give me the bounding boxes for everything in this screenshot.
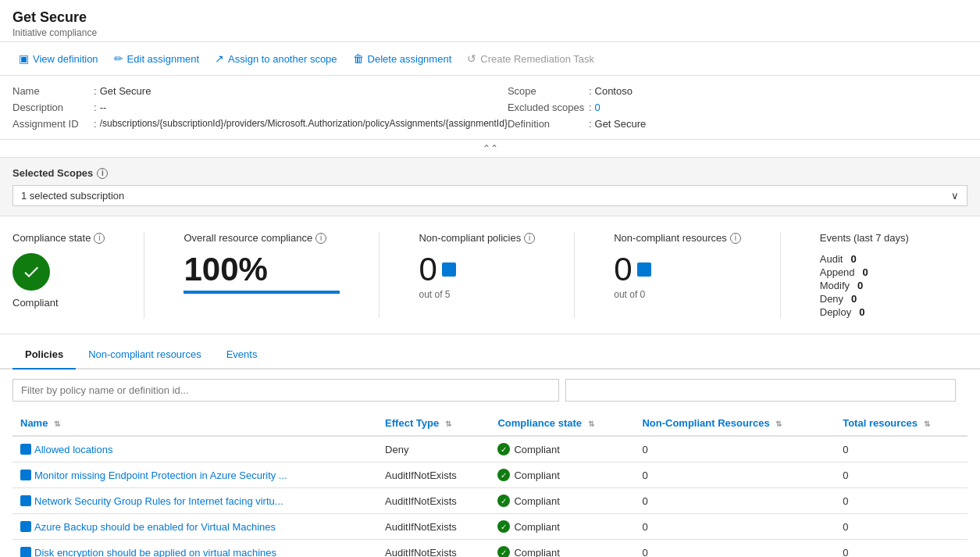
col-header-compliance-state[interactable]: Compliance state ⇅ [490, 411, 634, 436]
event-row: Append0 [820, 266, 909, 278]
effect-type-cell: AuditIfNotExists [377, 488, 490, 514]
meta-left: Name : Get Secure Description : -- Assig… [12, 85, 508, 130]
event-row: Audit0 [820, 253, 909, 265]
total-resources-cell: 0 [835, 488, 968, 514]
edit-assignment-button[interactable]: ✏ Edit assignment [108, 48, 206, 69]
col-header-total-resources[interactable]: Total resources ⇅ [835, 411, 968, 436]
total-resources-cell: 0 [835, 436, 968, 462]
view-definition-button[interactable]: ▣ View definition [12, 48, 105, 69]
progress-bar-fill [184, 291, 340, 294]
table-body: Allowed locationsDeny✓Compliant00Monitor… [12, 436, 968, 557]
compliance-state-cell: ✓Compliant [490, 514, 634, 540]
noncompliant-resources-cell: 0 [634, 488, 835, 514]
sort-icon: ⇅ [588, 420, 594, 428]
total-resources-cell: 0 [835, 462, 968, 488]
sort-icon: ⇅ [445, 420, 451, 428]
assign-scope-button[interactable]: ↗ Assign to another scope [208, 48, 343, 69]
overall-compliance-percent: 100% [184, 253, 340, 286]
stat-separator-2 [379, 232, 380, 318]
policy-row-icon [20, 547, 31, 557]
noncompliant-resources-cell: 0 [634, 514, 835, 540]
definition-row: Definition : Get Secure [508, 118, 968, 130]
policies-table: Name ⇅Effect Type ⇅Compliance state ⇅Non… [12, 411, 968, 557]
scopes-info-icon[interactable]: i [97, 168, 108, 179]
table-row: Disk encryption should be applied on vir… [12, 540, 968, 558]
policy-filter-input[interactable] [12, 379, 559, 402]
progress-bar [184, 291, 340, 294]
compliance-state-block: Compliance state i Compliant [12, 232, 105, 309]
policy-name-link[interactable]: Allowed locations [20, 444, 369, 455]
sort-icon: ⇅ [924, 420, 930, 428]
sort-icon: ⇅ [775, 420, 782, 428]
create-remediation-button[interactable]: ↺ Create Remediation Task [461, 48, 600, 69]
assign-icon: ↗ [215, 52, 224, 65]
policy-name-link[interactable]: Disk encryption should be applied on vir… [20, 547, 369, 558]
sort-icon: ⇅ [54, 420, 60, 428]
policies-cube-icon [442, 262, 456, 277]
delete-assignment-button[interactable]: 🗑 Delete assignment [347, 48, 458, 69]
policy-name-link[interactable]: Monitor missing Endpoint Protection in A… [20, 470, 369, 481]
noncompliant-policies-block: Non-compliant policies i 0 out of 5 [419, 232, 535, 300]
col-header-name[interactable]: Name ⇅ [12, 411, 377, 436]
compliant-icon [12, 253, 50, 291]
policy-name-link[interactable]: Network Security Group Rules for Interne… [20, 495, 369, 507]
noncompliant-policies-info-icon[interactable]: i [524, 233, 535, 244]
tab-policies[interactable]: Policies [12, 341, 76, 370]
table-section: All compliance states Name ⇅Effect Type … [0, 370, 980, 557]
noncompliant-policies-out-of: out of 5 [419, 289, 535, 300]
compliance-state-cell: ✓Compliant [490, 462, 634, 488]
compliance-state-cell: ✓Compliant [490, 436, 634, 462]
compliance-state-title: Compliance state i [12, 232, 105, 244]
event-row: Deploy0 [820, 306, 909, 318]
total-resources-cell: 0 [835, 514, 968, 540]
page-title: Get Secure [12, 9, 968, 26]
compliant-check-icon: ✓ [497, 469, 510, 481]
collapse-button[interactable]: ⌃⌃ [483, 143, 498, 154]
noncompliant-resources-cell: 0 [634, 540, 835, 558]
page-header: Get Secure Initiative compliance [0, 0, 980, 42]
table-row: Monitor missing Endpoint Protection in A… [12, 462, 968, 488]
view-definition-icon: ▣ [19, 52, 29, 65]
stat-separator-4 [780, 232, 781, 318]
col-header-effect-type[interactable]: Effect Type ⇅ [377, 411, 490, 436]
total-resources-cell: 0 [835, 540, 968, 558]
col-header-noncompliant-resources[interactable]: Non-Compliant Resources ⇅ [634, 411, 835, 436]
checkmark-icon [22, 262, 41, 281]
page-subtitle: Initiative compliance [12, 27, 968, 38]
tab-events[interactable]: Events [214, 341, 270, 370]
filters-row: All compliance states [12, 379, 968, 402]
collapse-row: ⌃⌃ [0, 140, 980, 158]
compliance-state-cell: ✓Compliant [490, 540, 634, 558]
scopes-section: Selected Scopes i 1 selected subscriptio… [0, 158, 980, 216]
compliant-check-icon: ✓ [497, 495, 510, 507]
noncompliant-resources-cell: 0 [634, 462, 835, 488]
noncompliant-resources-out-of: out of 0 [614, 289, 741, 300]
noncompliant-resources-info-icon[interactable]: i [730, 233, 741, 244]
tabs: PoliciesNon-compliant resourcesEvents [0, 341, 980, 370]
policy-row-icon [20, 495, 31, 506]
stats-section: Compliance state i Compliant Overall res… [0, 216, 980, 334]
policy-name-link[interactable]: Azure Backup should be enabled for Virtu… [20, 521, 369, 533]
effect-type-cell: AuditIfNotExists [377, 540, 490, 558]
compliant-check-icon: ✓ [497, 520, 510, 533]
compliance-state-filter[interactable]: All compliance states [565, 379, 956, 402]
overall-compliance-title: Overall resource compliance i [184, 232, 340, 244]
edit-icon: ✏ [114, 52, 123, 65]
noncompliant-resources-title: Non-compliant resources i [614, 232, 741, 244]
scope-dropdown[interactable]: 1 selected subscription ∨ [12, 185, 968, 206]
table-header: Name ⇅Effect Type ⇅Compliance state ⇅Non… [12, 411, 968, 436]
tab-noncompliant-resources[interactable]: Non-compliant resources [76, 341, 214, 370]
scope-row: Scope : Contoso [508, 85, 968, 97]
metadata-section: Name : Get Secure Description : -- Assig… [0, 76, 980, 140]
name-row: Name : Get Secure [12, 85, 508, 97]
overall-compliance-block: Overall resource compliance i 100% [184, 232, 340, 294]
dropdown-chevron-icon: ∨ [951, 190, 959, 202]
table-row: Azure Backup should be enabled for Virtu… [12, 514, 968, 540]
noncompliant-resources-count: 0 [614, 253, 741, 286]
remediation-icon: ↺ [467, 52, 476, 65]
events-list: Audit0Append0Modify0Deny0Deploy0 [820, 253, 909, 318]
policy-row-icon [20, 470, 31, 480]
compliance-state-info-icon[interactable]: i [94, 233, 105, 244]
table-row: Network Security Group Rules for Interne… [12, 488, 968, 514]
overall-compliance-info-icon[interactable]: i [315, 233, 326, 244]
